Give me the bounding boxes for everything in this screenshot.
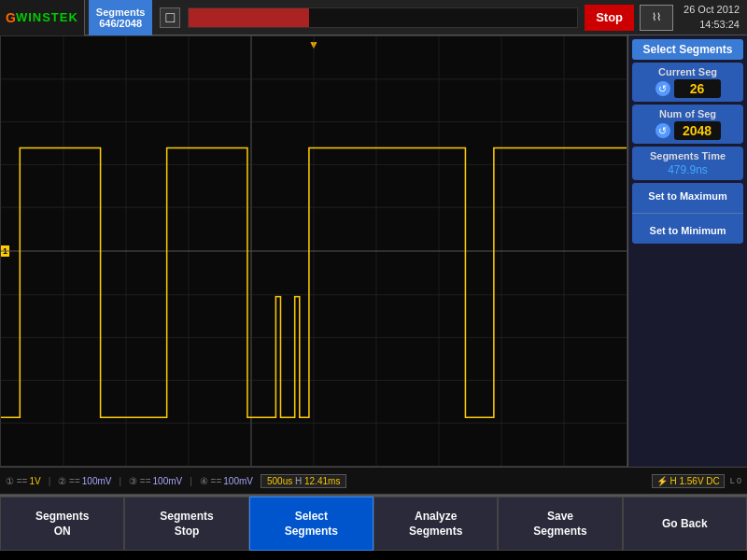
num-seg-section: Num of Seg ↺ 2048	[632, 105, 743, 144]
btn-save-segments-line2: Segments	[533, 525, 586, 538]
btn-segments-on[interactable]: Segments ON	[0, 497, 124, 551]
logo-area: G WINSTEK	[0, 0, 85, 35]
current-seg-reset-button[interactable]: ↺	[655, 81, 670, 96]
btn-go-back-line1: Go Back	[662, 517, 708, 530]
ch2-status: ② == 100mV	[58, 476, 111, 486]
status-bar: ① == 1V | ② == 100mV | ③ == 100mV | ④ ==…	[0, 467, 747, 495]
stop-button[interactable]: Stop	[585, 5, 634, 31]
btn-select-segments-line1: Select	[295, 510, 328, 523]
btn-save-segments-line1: Save	[547, 510, 573, 523]
logo-text: WINSTEK	[16, 10, 78, 24]
time-div-status: 500us H 12.41ms	[261, 474, 346, 488]
trigger-button[interactable]: ⌇⌇	[640, 5, 673, 31]
btn-segments-stop[interactable]: Segments Stop	[124, 497, 248, 551]
set-minimum-button[interactable]: Set to Minimum	[632, 217, 743, 244]
segments-counter: Segments 646/2048	[89, 0, 153, 35]
btn-save-segments[interactable]: Save Segments	[498, 497, 622, 551]
time-line: 14:53:24	[684, 18, 740, 32]
progress-bar	[188, 7, 578, 28]
segments-counter-line1: Segments	[96, 7, 146, 18]
btn-segments-on-line2: ON	[54, 525, 71, 538]
num-seg-label: Num of Seg	[659, 108, 716, 119]
panel-title: Select Segments	[632, 39, 743, 60]
bottom-buttons: Segments ON Segments Stop Select Segment…	[0, 495, 747, 551]
btn-segments-stop-line1: Segments	[160, 510, 213, 523]
date-line: 26 Oct 2012	[684, 3, 740, 17]
btn-segments-stop-line2: Stop	[175, 525, 200, 538]
btn-analyze-segments-line1: Analyze	[415, 510, 457, 523]
segments-counter-line2: 646/2048	[99, 18, 142, 29]
current-seg-section: Current Seg ↺ 26	[632, 63, 743, 102]
scope-screen: ▼ 1	[0, 35, 627, 467]
segments-time-section: Segments Time 479.9ns	[632, 147, 743, 180]
btn-select-segments[interactable]: Select Segments	[249, 497, 374, 551]
btn-segments-on-line1: Segments	[35, 510, 89, 523]
btn-go-back[interactable]: Go Back	[623, 497, 747, 551]
right-panel: Select Segments Current Seg ↺ 26 Num of …	[627, 35, 747, 467]
set-max-min-section: Set to Maximum Set to Minimum	[632, 183, 743, 244]
segments-time-value: 479.9ns	[668, 163, 708, 176]
set-maximum-button[interactable]: Set to Maximum	[632, 183, 743, 209]
current-seg-label: Current Seg	[658, 66, 717, 77]
segments-time-label: Segments Time	[650, 150, 726, 161]
top-bar: G WINSTEK Segments 646/2048 □ Stop ⌇⌇ 26…	[0, 0, 747, 35]
num-seg-reset-button[interactable]: ↺	[655, 123, 670, 138]
waveform-svg	[1, 36, 627, 466]
datetime: 26 Oct 2012 14:53:24	[684, 3, 740, 32]
btn-analyze-segments[interactable]: Analyze Segments	[374, 497, 498, 551]
current-seg-value: 26	[674, 79, 721, 98]
btn-analyze-segments-line2: Segments	[409, 525, 462, 538]
mode-button[interactable]: □	[160, 7, 180, 28]
ch1-status: ① == 1V	[6, 476, 41, 486]
trigger-status: ⚡ H 1.56V DC L 0	[652, 474, 741, 488]
ch3-status: ③ == 100mV	[129, 476, 182, 486]
progress-bar-fill	[189, 8, 309, 27]
ch4-status: ④ == 100mV	[200, 476, 253, 486]
main-area: ▼ 1	[0, 35, 747, 467]
num-seg-value: 2048	[674, 121, 721, 140]
btn-select-segments-line2: Segments	[285, 525, 338, 538]
trig-info: ⚡ H 1.56V DC	[652, 474, 725, 488]
logo-g-icon: G	[6, 10, 16, 25]
